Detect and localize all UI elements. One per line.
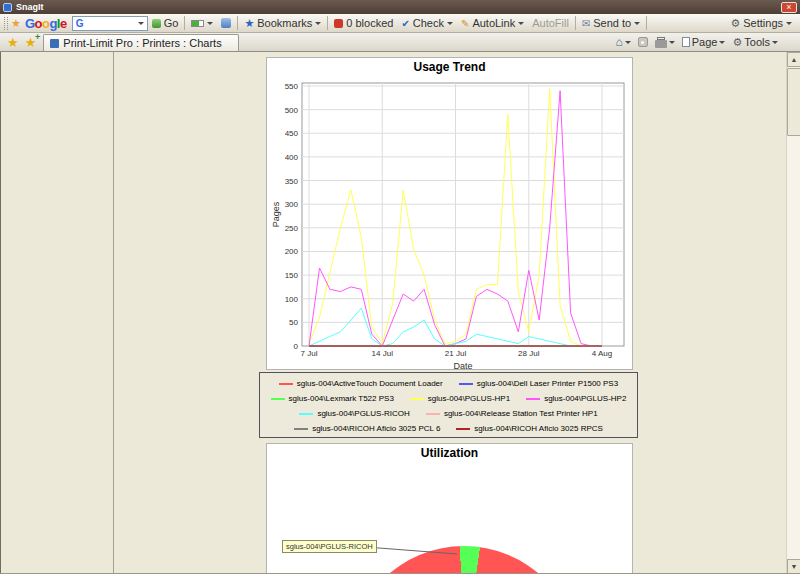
x-tick-label: 4 Aug [592, 349, 612, 358]
utilization-panel: Utilization sglus-004\PGLUS-RICOH [266, 443, 633, 574]
toolbar-separator [646, 16, 647, 30]
x-axis-label: Date [453, 361, 472, 371]
y-tick-label: 200 [285, 247, 299, 256]
tab-print-limit-pro-charts[interactable]: Print-Limit Pro : Printers : Charts [43, 34, 239, 51]
legend-marker [299, 413, 313, 415]
legend-marker [294, 428, 308, 430]
legend-row: sglus-004\Lexmark T522 PS3sglus-004\PGLU… [260, 391, 637, 406]
scrollbar-thumb[interactable] [787, 68, 800, 136]
y-tick-label: 0 [294, 342, 299, 351]
legend-item: sglus-004\ActiveTouch Document Loader [279, 379, 443, 388]
legend-label: sglus-004\PGLUS-HP2 [544, 394, 626, 403]
legend-item: sglus-004\Release Station Test Printer H… [426, 409, 598, 418]
popup-blocker-button[interactable]: 0 blocked [330, 16, 397, 30]
legend-marker [426, 413, 440, 415]
autofill-button[interactable]: AutoFill [528, 16, 573, 30]
legend-item: sglus-004\RICOH Aficio 3025 PCL 6 [294, 424, 440, 433]
pie-callout-line [267, 444, 633, 574]
y-tick-label: 450 [285, 129, 299, 138]
home-button[interactable]: ⌂ [615, 35, 630, 49]
legend-item: sglus-004\PGLUS-HP1 [410, 394, 510, 403]
legend-item: sglus-004\PGLUS-HP2 [526, 394, 626, 403]
plot-area [302, 83, 624, 346]
bookmarks-star-icon: ★ [244, 17, 254, 30]
print-button[interactable] [655, 37, 675, 48]
google-g-icon: G [76, 18, 84, 29]
chevron-down-icon [447, 22, 453, 25]
toolbar-separator [237, 16, 238, 30]
home-icon: ⌂ [615, 35, 622, 49]
go-icon [152, 19, 161, 28]
chevron-down-icon [772, 41, 778, 44]
scroll-down-button[interactable]: ▼ [787, 559, 800, 574]
close-icon[interactable]: × [781, 2, 797, 13]
legend-row: sglus-004\RICOH Aficio 3025 PCL 6sglus-0… [260, 421, 637, 436]
vertical-scrollbar[interactable]: ▲ ▼ [786, 52, 800, 574]
toolbar-separator [575, 16, 576, 30]
legend-marker [459, 383, 473, 385]
scroll-up-button[interactable]: ▲ [787, 52, 800, 67]
page-menu-label: Page [692, 36, 718, 48]
legend-label: sglus-004\Dell Laser Printer P1500 PS3 [477, 379, 618, 388]
tools-menu-button[interactable]: ⚙ Tools [732, 36, 778, 49]
legend-marker [456, 428, 470, 430]
check-label: Check [413, 17, 444, 29]
legend-label: sglus-004\Lexmark T522 PS3 [289, 394, 394, 403]
rss-icon [638, 37, 648, 47]
legend-item: sglus-004\PGLUS-RICOH [299, 409, 409, 418]
google-logo-letter: g [49, 16, 56, 31]
gear-icon: ⚙ [730, 17, 740, 30]
y-tick-label: 550 [285, 82, 299, 91]
pagerank-icon [191, 20, 204, 27]
chevron-down-icon [207, 22, 213, 25]
envelope-icon: ✉ [582, 18, 590, 29]
y-tick-label: 150 [285, 271, 299, 280]
legend-item: sglus-004\RICOH Aficio 3025 RPCS [456, 424, 603, 433]
y-tick-label: 500 [285, 106, 299, 115]
y-tick-label: 400 [285, 153, 299, 162]
browser-window: SnagIt × ★ Google G Go ★ Bookmarks [0, 0, 800, 574]
toolbar-star-icon: ★ [11, 17, 21, 30]
go-label: Go [164, 17, 179, 29]
x-tick-label: 14 Jul [372, 349, 394, 358]
y-tick-label: 300 [285, 200, 299, 209]
feeds-button[interactable] [638, 37, 648, 47]
legend-item: sglus-004\Dell Laser Printer P1500 PS3 [459, 379, 618, 388]
settings-label: Settings [743, 17, 783, 29]
x-tick-label: 21 Jul [445, 349, 467, 358]
search-input[interactable]: G [72, 16, 148, 31]
favorites-star-icon[interactable]: ★ [4, 35, 22, 50]
legend-marker [271, 398, 285, 400]
legend-marker [410, 398, 424, 400]
search-site-button[interactable] [217, 17, 235, 29]
gear-icon: ⚙ [732, 36, 742, 49]
legend-item: sglus-004\Lexmark T522 PS3 [271, 394, 394, 403]
settings-button[interactable]: ⚙ Settings [726, 16, 796, 31]
printer-icon [655, 40, 667, 48]
y-tick-label: 250 [285, 224, 299, 233]
popup-blocker-icon [334, 19, 343, 28]
command-bar: ⌂ Page ⚙ Tools [615, 35, 796, 49]
snagit-title: SnagIt [16, 2, 44, 12]
legend-label: sglus-004\ActiveTouch Document Loader [297, 379, 443, 388]
tab-bar: ★ ★+ Print-Limit Pro : Printers : Charts… [0, 33, 800, 52]
go-button[interactable]: Go [148, 16, 183, 30]
toolbar-grip[interactable] [4, 17, 8, 30]
pagerank-button[interactable] [187, 19, 217, 28]
page-icon [682, 37, 690, 47]
chevron-down-icon[interactable] [138, 22, 144, 25]
add-favorite-icon[interactable]: ★+ [22, 35, 40, 50]
bookmarks-button[interactable]: ★ Bookmarks [240, 16, 325, 31]
page-menu-button[interactable]: Page [682, 36, 726, 48]
down-arrow-icon: ▼ [791, 563, 798, 570]
spellcheck-button[interactable]: ✔ Check [397, 16, 457, 30]
google-logo-letter: o [35, 16, 42, 31]
pencil-icon: ✎ [461, 18, 469, 29]
y-tick-label: 350 [285, 177, 299, 186]
pie-callout-label: sglus-004\PGLUS-RICOH [282, 540, 377, 553]
autolink-button[interactable]: ✎ AutoLink [457, 16, 528, 30]
callout-connector-line [366, 547, 457, 554]
legend-label: sglus-004\PGLUS-RICOH [317, 409, 409, 418]
send-to-button[interactable]: ✉ Send to [578, 16, 644, 30]
frame-divider [113, 52, 114, 574]
